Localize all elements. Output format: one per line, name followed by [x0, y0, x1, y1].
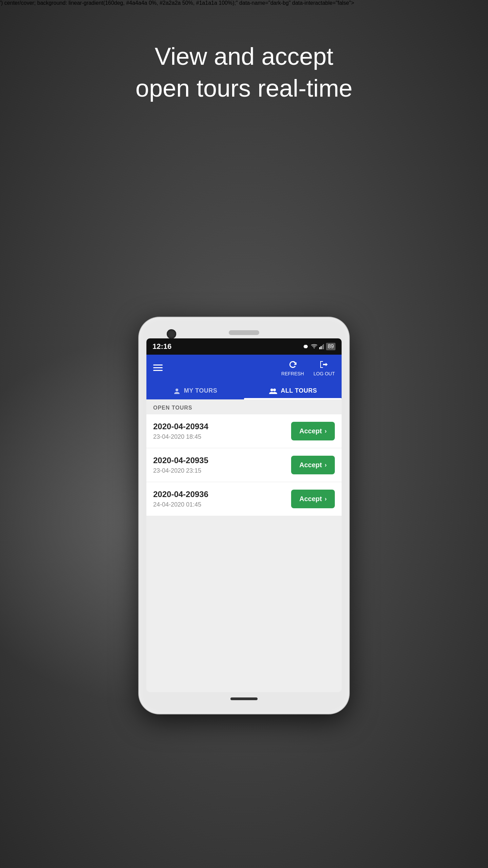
chevron-icon-2: › — [325, 461, 327, 469]
vibrate-icon — [302, 344, 309, 349]
chevron-icon-3: › — [325, 495, 327, 502]
tab-all-tours-label: ALL TOURS — [281, 387, 317, 394]
tour-id-3: 2020-04-20936 — [153, 490, 208, 499]
battery-icon: 89 — [326, 343, 336, 350]
status-time: 12:16 — [152, 342, 171, 351]
home-indicator[interactable] — [230, 697, 258, 700]
hamburger-line1 — [153, 364, 163, 366]
hamburger-line2 — [153, 367, 163, 368]
tour-list: 2020-04-20934 23-04-2020 18:45 Accept › … — [146, 414, 342, 516]
tour-item-3: 2020-04-20936 24-04-2020 01:45 Accept › — [146, 482, 342, 516]
app-bar: REFRESH LOG OUT — [146, 355, 342, 381]
tabs-container: MY TOURS ALL TOURS — [146, 381, 342, 399]
svg-rect-2 — [307, 346, 308, 348]
accept-button-2[interactable]: Accept › — [291, 456, 335, 474]
status-bar: 12:16 89 — [146, 338, 342, 355]
logout-button[interactable]: LOG OUT — [313, 359, 335, 376]
speaker — [229, 330, 259, 335]
tour-item-2: 2020-04-20935 23-04-2020 23:15 Accept › — [146, 448, 342, 482]
phone-shell: 12:16 89 — [139, 317, 349, 714]
status-icons: 89 — [302, 343, 336, 350]
chevron-icon-1: › — [325, 428, 327, 435]
tour-date-2: 23-04-2020 23:15 — [153, 467, 208, 474]
svg-point-8 — [270, 389, 273, 391]
signal-icon — [319, 344, 324, 349]
page-title-container: View and accept open tours real-time — [0, 0, 488, 31]
empty-space — [146, 516, 342, 692]
tour-info-1: 2020-04-20934 23-04-2020 18:45 — [153, 422, 208, 440]
svg-rect-4 — [321, 346, 322, 349]
hamburger-line3 — [153, 370, 163, 371]
svg-rect-3 — [319, 347, 320, 349]
svg-rect-0 — [304, 345, 307, 348]
accept-button-3[interactable]: Accept › — [291, 490, 335, 508]
svg-rect-6 — [323, 344, 324, 349]
svg-rect-5 — [322, 345, 323, 349]
tour-item-1: 2020-04-20934 23-04-2020 18:45 Accept › — [146, 414, 342, 448]
app-bar-actions: REFRESH LOG OUT — [281, 359, 335, 376]
tab-my-tours-label: MY TOURS — [184, 387, 217, 394]
svg-rect-1 — [304, 346, 304, 348]
page-title: View and accept open tours real-time — [0, 41, 488, 104]
all-tours-icon — [269, 387, 278, 395]
accept-label-1: Accept — [299, 427, 322, 435]
title-line1: View and accept — [155, 43, 333, 70]
refresh-button[interactable]: REFRESH — [281, 359, 304, 376]
camera — [167, 329, 176, 339]
refresh-icon — [288, 359, 298, 370]
phone-top-bar — [146, 328, 342, 338]
tour-date-3: 24-04-2020 01:45 — [153, 501, 208, 508]
svg-point-7 — [176, 389, 178, 391]
tour-info-3: 2020-04-20936 24-04-2020 01:45 — [153, 490, 208, 508]
accept-label-3: Accept — [299, 495, 322, 503]
refresh-label: REFRESH — [281, 371, 304, 376]
svg-point-9 — [273, 389, 276, 391]
tour-id-2: 2020-04-20935 — [153, 456, 208, 465]
tour-date-1: 23-04-2020 18:45 — [153, 433, 208, 440]
section-header: OPEN TOURS — [146, 399, 342, 414]
content-area: OPEN TOURS 2020-04-20934 23-04-2020 18:4… — [146, 399, 342, 692]
logout-label: LOG OUT — [313, 371, 335, 376]
tab-all-tours[interactable]: ALL TOURS — [244, 381, 342, 399]
title-line2: open tours real-time — [136, 75, 352, 102]
my-tours-icon — [173, 387, 181, 395]
tab-my-tours[interactable]: MY TOURS — [146, 381, 244, 399]
hamburger-button[interactable] — [153, 364, 163, 371]
phone-wrapper: 12:16 89 — [139, 222, 349, 714]
accept-label-2: Accept — [299, 461, 322, 469]
phone-screen: 12:16 89 — [146, 338, 342, 692]
wifi-icon — [311, 344, 317, 349]
accept-button-1[interactable]: Accept › — [291, 422, 335, 440]
logout-icon — [319, 359, 329, 370]
tour-info-2: 2020-04-20935 23-04-2020 23:15 — [153, 456, 208, 474]
tour-id-1: 2020-04-20934 — [153, 422, 208, 431]
